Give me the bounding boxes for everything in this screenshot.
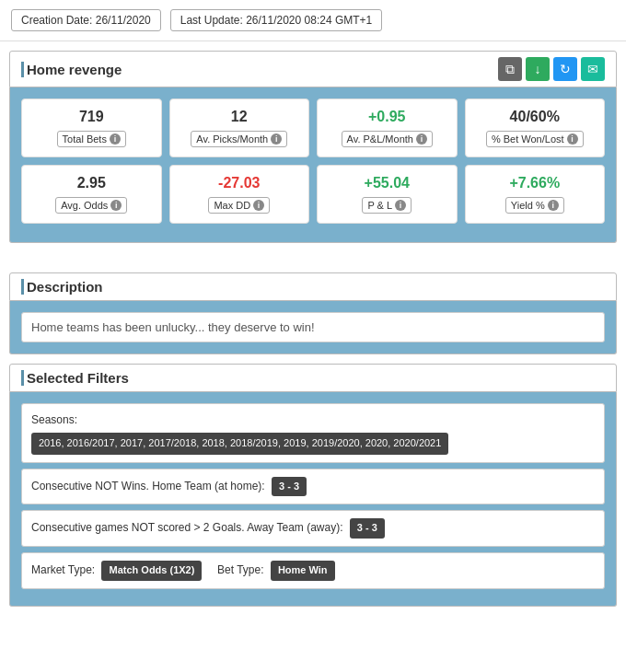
- consecutive-goals-value: 3 - 3: [350, 518, 385, 539]
- seasons-value: 2016, 2016/2017, 2017, 2017/2018, 2018, …: [31, 433, 448, 455]
- consecutive-wins-value: 3 - 3: [272, 477, 307, 497]
- bet-type-value: Home Win: [271, 561, 335, 581]
- av-pl-label: Av. P&L/Month i: [342, 131, 433, 147]
- selected-filters-title: Selected Filters: [21, 370, 129, 386]
- max-dd-info-icon[interactable]: i: [253, 200, 264, 211]
- selected-filters-body: Seasons: 2016, 2016/2017, 2017, 2017/201…: [9, 392, 617, 607]
- av-pl-value: +0.95: [325, 109, 449, 125]
- refresh-icon-btn[interactable]: ↻: [553, 57, 577, 81]
- home-revenge-header: Home revenge ⧉ ↓ ↻ ✉: [9, 51, 617, 87]
- description-section: Description Home teams has been unlucky.…: [9, 272, 617, 354]
- av-picks-info-icon[interactable]: i: [271, 133, 282, 145]
- stats-top-row: 719 Total Bets i 12 Av. Picks/Month i +0…: [21, 98, 605, 157]
- pl-card: +55.04 P & L i: [317, 165, 458, 224]
- bet-won-lost-info-icon[interactable]: i: [567, 133, 578, 145]
- avg-odds-info-icon[interactable]: i: [110, 200, 122, 211]
- stats-bottom-row: 2.95 Avg. Odds i -27.03 Max DD i +55.04 …: [21, 165, 605, 224]
- max-dd-label: Max DD i: [208, 197, 270, 214]
- av-picks-value: 12: [178, 109, 302, 125]
- header-action-icons: ⧉ ↓ ↻ ✉: [498, 57, 605, 81]
- total-bets-card: 719 Total Bets i: [21, 98, 162, 157]
- pl-value: +55.04: [325, 175, 449, 191]
- description-title: Description: [21, 279, 103, 295]
- selected-filters-section: Selected Filters Seasons: 2016, 2016/201…: [9, 364, 617, 607]
- pl-label: P & L i: [362, 197, 412, 214]
- consecutive-wins-label: Consecutive NOT Wins. Home Team (at home…: [31, 480, 265, 492]
- email-icon-btn[interactable]: ✉: [581, 57, 605, 81]
- consecutive-wins-filter-row: Consecutive NOT Wins. Home Team (at home…: [21, 469, 605, 505]
- bet-won-lost-card: 40/60% % Bet Won/Lost i: [465, 98, 606, 157]
- av-picks-card: 12 Av. Picks/Month i: [169, 98, 310, 157]
- avg-odds-value: 2.95: [29, 175, 154, 191]
- max-dd-card: -27.03 Max DD i: [169, 165, 310, 224]
- yield-value: +7.66%: [473, 175, 597, 191]
- consecutive-goals-label: Consecutive games NOT scored > 2 Goals. …: [31, 521, 342, 534]
- copy-icon-btn[interactable]: ⧉: [498, 57, 522, 81]
- total-bets-value: 719: [29, 109, 154, 125]
- market-type-value: Match Odds (1X2): [101, 561, 202, 581]
- max-dd-value: -27.03: [178, 175, 302, 191]
- yield-card: +7.66% Yield % i: [465, 165, 606, 224]
- home-revenge-body: 719 Total Bets i 12 Av. Picks/Month i +0…: [9, 87, 617, 243]
- selected-filters-header: Selected Filters: [9, 364, 617, 392]
- market-type-label: Market Type:: [31, 563, 95, 576]
- yield-label: Yield % i: [505, 197, 564, 214]
- home-revenge-title: Home revenge: [21, 62, 122, 77]
- pl-info-icon[interactable]: i: [395, 200, 406, 211]
- avg-odds-label: Avg. Odds i: [55, 197, 127, 214]
- creation-date-badge: Creation Date: 26/11/2020: [11, 9, 161, 31]
- consecutive-goals-filter-row: Consecutive games NOT scored > 2 Goals. …: [21, 510, 605, 547]
- bet-won-lost-label: % Bet Won/Lost i: [486, 131, 584, 147]
- bet-type-label: Bet Type:: [217, 563, 263, 576]
- description-header: Description: [9, 272, 617, 301]
- av-pl-info-icon[interactable]: i: [416, 133, 427, 145]
- market-bet-filter-row: Market Type: Match Odds (1X2) Bet Type: …: [21, 552, 605, 589]
- description-body: Home teams has been unlucky... they dese…: [9, 301, 617, 354]
- av-picks-label: Av. Picks/Month i: [191, 131, 287, 147]
- avg-odds-card: 2.95 Avg. Odds i: [21, 165, 162, 224]
- description-text: Home teams has been unlucky... they dese…: [21, 312, 605, 342]
- total-bets-info-icon[interactable]: i: [110, 133, 121, 145]
- top-bar: Creation Date: 26/11/2020 Last Update: 2…: [0, 0, 626, 41]
- last-update-badge: Last Update: 26/11/2020 08:24 GMT+1: [170, 9, 382, 31]
- seasons-filter-row: Seasons: 2016, 2016/2017, 2017, 2017/201…: [21, 403, 605, 463]
- download-icon-btn[interactable]: ↓: [526, 57, 550, 81]
- yield-info-icon[interactable]: i: [548, 200, 559, 211]
- seasons-label: Seasons:: [31, 413, 77, 426]
- home-revenge-section: Home revenge ⧉ ↓ ↻ ✉ 719 Total Bets i 12…: [9, 51, 617, 243]
- av-pl-card: +0.95 Av. P&L/Month i: [317, 98, 458, 157]
- bet-won-lost-value: 40/60%: [473, 109, 597, 125]
- total-bets-label: Total Bets i: [57, 131, 126, 147]
